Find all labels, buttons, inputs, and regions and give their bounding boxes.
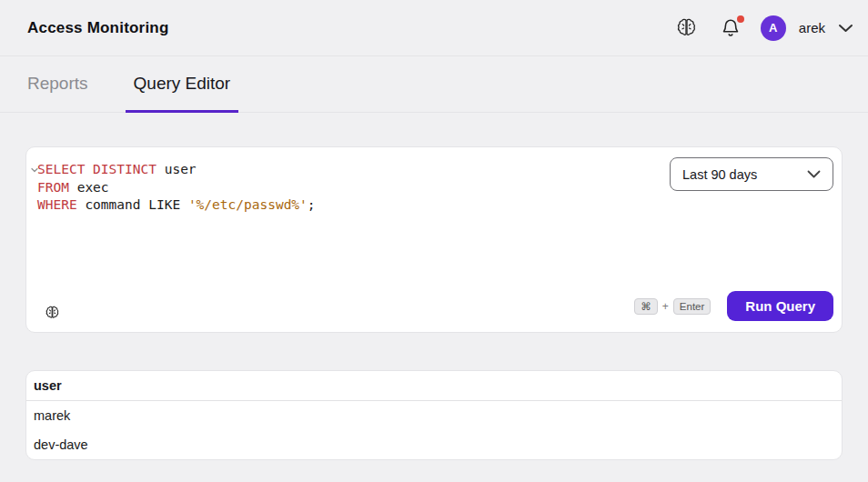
code-line: FROM exec (37, 179, 660, 197)
results-body: marekdev-dave (26, 401, 842, 460)
time-range-select[interactable]: Last 90 days (670, 157, 833, 191)
chevron-down-icon (838, 24, 853, 33)
ai-query-assist-button[interactable] (44, 305, 61, 321)
table-row: dev-dave (26, 430, 842, 459)
username: arek (799, 20, 825, 35)
time-range-value: Last 90 days (682, 167, 757, 182)
query-editor-panel: SELECT DISTINCT userFROM execWHERE comma… (25, 146, 843, 333)
tab-bar: Reports Query Editor (0, 56, 868, 113)
brain-icon (44, 305, 61, 321)
notification-dot (737, 15, 744, 23)
page-title: Access Monitoring (27, 19, 168, 37)
cmd-key: ⌘ (634, 298, 658, 315)
table-cell: marek (26, 401, 842, 431)
enter-key: Enter (673, 298, 712, 315)
results-header-row: user (26, 371, 842, 401)
column-header: user (26, 371, 842, 401)
user-menu[interactable]: A arek (761, 15, 853, 41)
table-cell: dev-dave (26, 430, 842, 459)
table-row: marek (26, 401, 842, 431)
keyboard-shortcut-hint: ⌘ + Enter (634, 298, 711, 315)
notifications-button[interactable] (719, 16, 742, 40)
ai-assistant-button[interactable] (672, 15, 701, 41)
code-line: SELECT DISTINCT user (37, 161, 660, 179)
tab-reports[interactable]: Reports (19, 56, 96, 113)
run-query-row: ⌘ + Enter Run Query (634, 291, 833, 321)
code-line: WHERE command LIKE '%/etc/passwd%'; (37, 196, 660, 215)
run-query-button[interactable]: Run Query (727, 291, 833, 321)
header-actions: A arek (672, 15, 853, 41)
chevron-down-icon (807, 170, 821, 178)
tab-query-editor[interactable]: Query Editor (126, 56, 239, 113)
query-results-panel: user marekdev-dave (25, 370, 843, 460)
avatar: A (761, 15, 786, 41)
brain-icon (674, 17, 699, 39)
sql-code: SELECT DISTINCT userFROM execWHERE comma… (37, 161, 660, 215)
app-header: Access Monitoring A arek (0, 0, 868, 56)
sql-code-editor[interactable]: SELECT DISTINCT userFROM execWHERE comma… (26, 147, 660, 286)
code-fold-icon[interactable] (31, 167, 38, 173)
results-table: user marekdev-dave (26, 371, 842, 459)
shortcut-separator: + (662, 300, 669, 313)
